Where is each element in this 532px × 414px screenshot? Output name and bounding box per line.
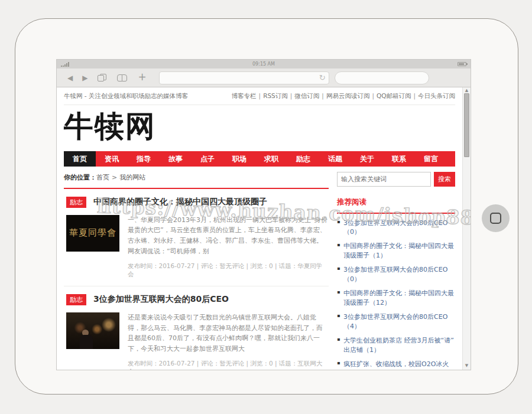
sidebar-link[interactable]: 大学生创业租奶茶店 经营3月后被“请”出店铺（1） (337, 336, 455, 355)
article-title[interactable]: 3位参加世界互联网大会的80后CEO (93, 294, 229, 305)
article-excerpt: 还是要来说说今天吸引了无数目光的乌镇世界互联网大会。八姐觉得，那么马云、马化腾、… (128, 312, 327, 354)
home-button-icon (490, 213, 501, 224)
browser-screen: 09:15 AM ◀ ▶ + ↻ https://www.huzhan.com/… (57, 60, 471, 370)
breadcrumb: 你的位置：首页>我的网站 (64, 173, 329, 182)
nav-item-jobs[interactable]: 求职 (255, 151, 287, 167)
breadcrumb-separator: > (112, 174, 117, 181)
signal-icon (61, 62, 69, 67)
back-button[interactable]: ◀ (67, 74, 73, 82)
sidebar-link[interactable]: 中国商界的圈子文化：揭秘中国四大最顶级圈子（12） (337, 289, 455, 308)
article-list: 励志 中国商界的圈子文化：揭秘中国四大最顶级圈子 華夏同學會 一、华夏同学会20… (64, 188, 329, 370)
main-nav: 首页 资讯 指导 故事 点子 职场 求职 励志 话题 关于 联系 留言 (64, 151, 455, 167)
nav-item-story[interactable]: 故事 (160, 151, 192, 167)
link-separator: | (290, 92, 293, 99)
article-thumbnail[interactable] (66, 312, 119, 349)
scroll-up-icon[interactable]: ▲ (463, 88, 471, 93)
top-link[interactable]: 网易云阅读订阅 (326, 92, 370, 99)
scrollbar-thumb[interactable] (464, 93, 469, 157)
category-badge[interactable]: 励志 (66, 197, 86, 208)
sidebar-link[interactable]: 中国商界的圈子文化：揭秘中国四大最顶级圈子（1） (337, 242, 455, 260)
subscribe-links: 博客专栏|RSS订阅|微信订阅|网易云阅读订阅|QQ邮箱订阅|今日头条订阅 (232, 92, 455, 100)
nav-item-idea[interactable]: 点子 (192, 151, 223, 167)
sidebar-link[interactable]: 3位参加世界互联网大会的80后CEO（4） (337, 312, 455, 331)
article-excerpt: 一、华夏同学会2013年3月，杭州出现的一辆大巴车被称为史上“身价最贵的大巴”，… (128, 215, 327, 257)
article-item: 励志 3位参加世界互联网大会的80后CEO 还是要来说说今天吸引了无数目光的乌镇… (64, 286, 329, 370)
forward-button[interactable]: ▶ (82, 74, 87, 82)
article-meta: 发布时间：2016-07-27 | 评论：暂无评论 | 浏览：0 | 话题：互联… (128, 360, 327, 370)
search-button[interactable]: 搜索 (434, 172, 455, 187)
category-badge[interactable]: 励志 (66, 294, 86, 305)
top-link[interactable]: 今日头条订阅 (418, 92, 455, 99)
browser-search-field[interactable] (335, 71, 429, 84)
nav-item-about[interactable]: 关于 (351, 151, 383, 167)
link-separator: | (372, 92, 374, 99)
site-search: 搜索 (337, 172, 455, 187)
top-link[interactable]: QQ邮箱订阅 (377, 92, 411, 99)
top-link[interactable]: 博客专栏 (232, 92, 257, 99)
nav-item-message[interactable]: 留言 (415, 151, 447, 167)
home-button[interactable] (482, 204, 510, 232)
tabs-icon[interactable] (98, 74, 106, 82)
article-column: 你的位置：首页>我的网站 励志 中国商界的圈子文化：揭秘中国四大最顶级圈子 (64, 172, 329, 370)
web-content: https://www.huzhan.com/ishop8808 牛犊网 - 关… (57, 87, 471, 370)
thumbnail-text: 華夏同學會 (69, 227, 116, 239)
article-thumbnail[interactable]: 華夏同學會 (66, 215, 119, 252)
main-columns: 你的位置：首页>我的网站 励志 中国商界的圈子文化：揭秘中国四大最顶级圈子 (64, 172, 455, 370)
webpage: 牛犊网 - 关注创业领域和职场励志的媒体博客 博客专栏|RSS订阅|微信订阅|网… (57, 87, 462, 370)
breadcrumb-current[interactable]: 我的网站 (119, 174, 145, 181)
search-input[interactable] (337, 172, 431, 187)
scroll-down-icon[interactable]: ▼ (463, 363, 471, 368)
browser-toolbar: ◀ ▶ + ↻ (57, 69, 471, 87)
top-link[interactable]: RSS订阅 (263, 92, 288, 99)
nav-item-workplace[interactable]: 职场 (223, 151, 255, 167)
address-bar[interactable]: ↻ (159, 71, 329, 84)
breadcrumb-home[interactable]: 首页 (96, 174, 109, 181)
sidebar-link[interactable]: 3位参加世界互联网大会的80后CEO（0） (337, 219, 455, 237)
site-top-bar: 牛犊网 - 关注创业领域和职场励志的媒体博客 博客专栏|RSS订阅|微信订阅|网… (64, 87, 455, 105)
recommended-section-title: 推荐阅读 (337, 195, 455, 214)
battery-icon (458, 62, 466, 66)
article-title[interactable]: 中国商界的圈子文化：揭秘中国四大最顶级圈子 (93, 197, 267, 207)
reload-icon[interactable]: ↻ (319, 73, 326, 82)
site-logo[interactable]: 牛犊网 (64, 105, 455, 151)
sidebar-link[interactable]: 3位参加世界互联网大会的80后CEO（0） (337, 265, 455, 284)
sidebar: 搜索 推荐阅读 3位参加世界互联网大会的80后CEO（0） 中国商界的圈子文化：… (337, 172, 455, 370)
nav-item-home[interactable]: 首页 (64, 151, 96, 167)
page-scrollbar[interactable]: ▲ ▼ (462, 87, 471, 370)
recommended-list: 3位参加世界互联网大会的80后CEO（0） 中国商界的圈子文化：揭秘中国四大最顶… (337, 219, 455, 370)
link-separator: | (322, 92, 324, 99)
status-bar: 09:15 AM (57, 60, 471, 69)
nav-item-guide[interactable]: 指导 (128, 151, 160, 167)
tablet-frame: 09:15 AM ◀ ▶ + ↻ https://www.huzhan.com/… (15, 18, 518, 395)
bookmarks-icon[interactable] (117, 74, 127, 81)
nav-item-news[interactable]: 资讯 (96, 151, 128, 167)
link-separator: | (259, 92, 261, 99)
link-separator: | (413, 92, 416, 99)
new-tab-button[interactable]: + (138, 72, 146, 82)
nav-item-contact[interactable]: 联系 (383, 151, 415, 167)
status-time: 09:15 AM (252, 61, 275, 67)
site-tagline: 牛犊网 - 关注创业领域和职场励志的媒体博客 (64, 92, 188, 100)
article-meta: 发布时间：2016-07-27 | 评论：暂无评论 | 浏览：0 | 话题：华夏… (128, 262, 327, 279)
nav-item-topics[interactable]: 话题 (319, 151, 351, 167)
nav-item-inspiration[interactable]: 励志 (287, 151, 319, 167)
top-link[interactable]: 微信订阅 (294, 92, 319, 99)
article-item: 励志 中国商界的圈子文化：揭秘中国四大最顶级圈子 華夏同學會 一、华夏同学会20… (64, 189, 329, 286)
sidebar-link[interactable]: 疯狂扩张、收缩战线，校园O2O冰火两重天（0） (337, 360, 455, 370)
breadcrumb-label: 你的位置： (64, 174, 96, 181)
